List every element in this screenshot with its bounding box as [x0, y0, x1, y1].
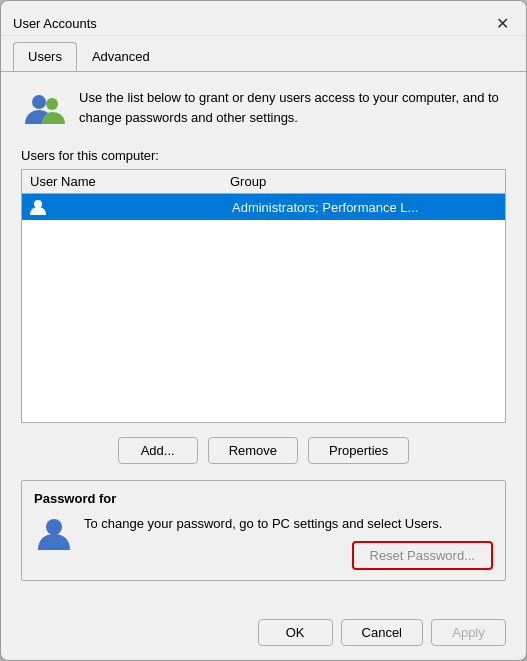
column-group: Group — [230, 174, 497, 189]
dialog-footer: OK Cancel Apply — [1, 611, 526, 660]
action-buttons: Add... Remove Properties — [21, 437, 506, 464]
close-button[interactable]: ✕ — [490, 11, 514, 35]
svg-point-3 — [46, 519, 62, 535]
tab-bar: Users Advanced — [1, 36, 526, 71]
user-accounts-dialog: User Accounts ✕ Users Advanced Use the l — [0, 0, 527, 661]
password-section-title: Password for — [34, 491, 493, 506]
info-section: Use the list below to grant or deny user… — [21, 88, 506, 134]
tab-content-users: Use the list below to grant or deny user… — [1, 71, 526, 611]
row-group: Administrators; Performance L... — [232, 200, 499, 215]
column-username: User Name — [30, 174, 230, 189]
window-title: User Accounts — [13, 16, 97, 31]
add-button[interactable]: Add... — [118, 437, 198, 464]
users-table: User Name Group Administrators; Performa… — [21, 169, 506, 423]
password-text-area: To change your password, go to PC settin… — [84, 514, 493, 571]
ok-button[interactable]: OK — [258, 619, 333, 646]
users-section-label: Users for this computer: — [21, 148, 506, 163]
tab-advanced[interactable]: Advanced — [77, 42, 165, 71]
svg-point-1 — [46, 98, 58, 110]
reset-password-button[interactable]: Reset Password... — [352, 541, 494, 570]
row-user-icon — [28, 197, 48, 217]
table-row[interactable]: Administrators; Performance L... — [22, 194, 505, 220]
properties-button[interactable]: Properties — [308, 437, 409, 464]
cancel-button[interactable]: Cancel — [341, 619, 423, 646]
tab-users[interactable]: Users — [13, 42, 77, 71]
remove-button[interactable]: Remove — [208, 437, 298, 464]
svg-point-2 — [34, 200, 42, 208]
table-header: User Name Group — [22, 170, 505, 194]
svg-point-0 — [32, 95, 46, 109]
password-description: To change your password, go to PC settin… — [84, 514, 493, 534]
info-description: Use the list below to grant or deny user… — [79, 88, 506, 127]
title-bar: User Accounts ✕ — [1, 1, 526, 36]
apply-button[interactable]: Apply — [431, 619, 506, 646]
password-user-icon — [34, 514, 74, 554]
password-content: To change your password, go to PC settin… — [34, 514, 493, 571]
password-section: Password for To change your password, go… — [21, 480, 506, 582]
users-info-icon — [21, 88, 67, 134]
